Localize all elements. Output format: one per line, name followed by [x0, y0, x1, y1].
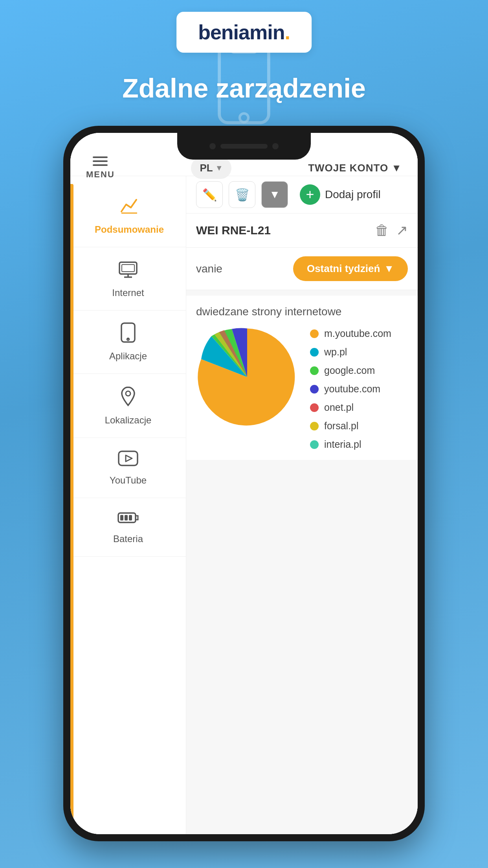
sidebar-item-podsumowanie[interactable]: Podsumowanie: [70, 184, 186, 247]
sidebar-item-bateria[interactable]: Bateria: [70, 498, 186, 557]
period-button[interactable]: Ostatni tydzień ▼: [293, 256, 408, 281]
menu-line-1: [93, 156, 108, 158]
battery-icon: [117, 510, 139, 530]
app-content: MENU PL ▼ TWOJE KONTO ▼: [70, 133, 418, 834]
device-name: WEI RNE-L21: [196, 224, 271, 237]
main-layout: Podsumowanie Internet: [70, 176, 418, 834]
svg-rect-19: [125, 515, 128, 520]
chart-icon: [119, 196, 139, 220]
phone-screen: MENU PL ▼ TWOJE KONTO ▼: [70, 133, 418, 834]
menu-line-2: [93, 160, 108, 162]
legend-dot-interia: [310, 440, 319, 449]
legend-text-onet: onet.pl: [324, 402, 354, 413]
svg-marker-13: [126, 455, 132, 462]
location-pin-icon: [119, 386, 137, 411]
sidebar-item-internet[interactable]: Internet: [70, 247, 186, 311]
sidebar-label-internet: Internet: [112, 287, 144, 298]
delete-icon-button[interactable]: 🗑️: [229, 181, 255, 208]
youtube-icon: [118, 450, 138, 471]
share-icon[interactable]: ↗: [396, 222, 408, 239]
sidebar-label-youtube: YouTube: [110, 475, 147, 486]
legend-item-youtube: youtube.com: [310, 383, 408, 395]
legend-text-interia: interia.pl: [324, 439, 361, 450]
legend-item-google: google.com: [310, 365, 408, 376]
account-button[interactable]: TWOJE KONTO ▼: [308, 162, 402, 174]
device-bar: WEI RNE-L21 🗑 ↗: [186, 213, 418, 248]
chart-legend: m.youtube.com wp.pl google.com: [310, 326, 408, 450]
svg-rect-20: [129, 515, 132, 520]
chevron-down-icon: ▼: [391, 162, 402, 174]
sidebar-label-lokalizacje: Lokalizacje: [105, 415, 152, 426]
legend-text-youtube: youtube.com: [324, 383, 380, 395]
logo-text: beniamin.: [198, 21, 290, 44]
logo-name: beniamin: [198, 21, 284, 44]
svg-point-2: [240, 114, 248, 122]
visited-sites-section: dwiedzane strony internetowe: [186, 296, 418, 460]
language-button[interactable]: PL ▼: [191, 157, 231, 179]
legend-text-myoutube: m.youtube.com: [324, 328, 391, 339]
legend-text-wp: wp.pl: [324, 346, 347, 358]
notch-camera-left: [209, 143, 216, 149]
plus-icon: +: [300, 184, 320, 205]
legend-item-myoutube: m.youtube.com: [310, 328, 408, 339]
legend-dot-forsal: [310, 422, 319, 430]
legend-dot-wp: [310, 348, 319, 357]
sidebar-label-bateria: Bateria: [113, 533, 143, 544]
notch-camera-right: [272, 143, 279, 149]
content-area: ✏️ 🗑️ ▼ + Dodaj profil WEI RNE-L21 🗑: [186, 176, 418, 834]
svg-rect-7: [122, 265, 134, 272]
menu-button[interactable]: MENU: [86, 156, 115, 180]
sidebar: Podsumowanie Internet: [70, 176, 186, 834]
legend-item-forsal: forsal.pl: [310, 420, 408, 432]
monitoring-bar: vanie Ostatni tydzień ▼: [186, 248, 418, 290]
legend-text-forsal: forsal.pl: [324, 420, 359, 432]
pie-chart: [196, 326, 298, 428]
dropdown-button[interactable]: ▼: [261, 181, 288, 208]
chevron-down-icon: ▼: [384, 263, 394, 275]
legend-item-wp: wp.pl: [310, 346, 408, 358]
add-profile-button[interactable]: + Dodaj profil: [300, 184, 381, 205]
sidebar-label-podsumowanie: Podsumowanie: [95, 224, 164, 235]
profile-bar: ✏️ 🗑️ ▼ + Dodaj profil: [186, 176, 418, 213]
sidebar-item-lokalizacje[interactable]: Lokalizacje: [70, 374, 186, 438]
logo-container: beniamin.: [176, 12, 312, 53]
visited-title: dwiedzane strony internetowe: [196, 305, 408, 318]
hamburger-icon: [93, 156, 108, 166]
monitor-icon: [118, 259, 138, 283]
sidebar-label-aplikacje: Aplikacje: [109, 351, 147, 362]
phone-notch: [177, 133, 311, 160]
menu-line-3: [93, 164, 108, 166]
svg-point-11: [126, 391, 130, 396]
notch-speaker: [220, 144, 268, 149]
headline: Zdalne zarządzenie: [122, 73, 366, 103]
device-actions: 🗑 ↗: [375, 222, 408, 239]
phone-mockup: MENU PL ▼ TWOJE KONTO ▼: [63, 126, 425, 841]
add-profile-label: Dodaj profil: [325, 188, 381, 201]
legend-item-onet: onet.pl: [310, 402, 408, 413]
language-label: PL: [200, 162, 213, 174]
section-info: vanie Ostatni tydzień ▼: [196, 256, 408, 281]
trash-icon[interactable]: 🗑: [375, 222, 389, 239]
account-label: TWOJE KONTO: [308, 162, 388, 174]
menu-label: MENU: [86, 169, 115, 180]
legend-dot-google: [310, 366, 319, 375]
logo-dot: .: [284, 21, 290, 44]
legend-dot-onet: [310, 403, 319, 412]
period-label: Ostatni tydzień: [307, 263, 380, 275]
smartphone-icon: [120, 322, 136, 347]
chevron-down-icon: ▼: [215, 164, 223, 173]
sidebar-item-youtube[interactable]: YouTube: [70, 438, 186, 498]
legend-dot-myoutube: [310, 329, 319, 338]
svg-rect-12: [119, 451, 138, 465]
legend-dot-youtube: [310, 385, 319, 394]
edit-icon-button[interactable]: ✏️: [196, 181, 223, 208]
svg-rect-18: [120, 515, 123, 520]
section-title: vanie: [196, 263, 222, 275]
sidebar-accent: [70, 184, 73, 826]
chart-area: m.youtube.com wp.pl google.com: [196, 326, 408, 450]
legend-item-interia: interia.pl: [310, 439, 408, 450]
sidebar-item-aplikacje[interactable]: Aplikacje: [70, 311, 186, 374]
legend-text-google: google.com: [324, 365, 375, 376]
